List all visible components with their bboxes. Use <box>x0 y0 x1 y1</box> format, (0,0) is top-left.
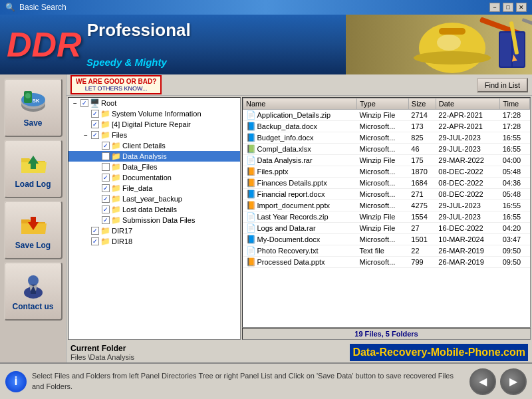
tree-item[interactable]: ✓📁System Volume Information <box>68 108 240 119</box>
tree-item[interactable]: 📁Data_Files <box>68 162 240 172</box>
file-date: 26-MAR-2019 <box>438 258 483 266</box>
folder-icon: 📁 <box>111 141 121 150</box>
tree-label: [4] Digital Picture Repair <box>112 120 191 128</box>
tree-label: Data Analysis <box>122 152 167 160</box>
back-button[interactable]: ◀ <box>469 368 496 395</box>
file-type: Microsoft... <box>359 168 395 176</box>
table-row[interactable]: 📄Application_Details.zipWinzip File27142… <box>243 110 530 121</box>
table-row[interactable]: 📙Processed Data.pptxMicrosoft...79926-MA… <box>243 257 530 268</box>
save-button[interactable]: DISK Save <box>4 78 63 137</box>
column-header-name[interactable]: Name <box>243 98 357 110</box>
file-type: Microsoft... <box>359 179 395 187</box>
svg-rect-5 <box>522 18 532 25</box>
tree-checkbox[interactable]: ✓ <box>91 237 99 245</box>
minimize-button[interactable]: − <box>489 3 500 12</box>
folder-icon: 📁 <box>100 237 110 246</box>
table-row[interactable]: 📄Photo Recovery.txtText file2226-MAR-201… <box>243 245 530 257</box>
contact-us-label: Contact us <box>12 302 53 311</box>
contact-us-button[interactable]: Contact us <box>4 262 63 321</box>
tree-root-icon: 🖥️ <box>90 98 100 108</box>
file-date: 29-JUL-2023 <box>438 145 481 153</box>
file-size: 2714 <box>411 111 427 119</box>
column-header-type[interactable]: Type <box>356 98 408 110</box>
folder-icon: 📁 <box>111 162 121 172</box>
file-date: 29-JUL-2023 <box>438 213 481 221</box>
find-in-list-button[interactable]: Find in List <box>477 78 528 92</box>
file-date: 26-MAR-2019 <box>438 247 483 255</box>
load-log-button[interactable]: Load Log <box>4 140 63 198</box>
tree-expander: − <box>71 100 79 107</box>
file-icon: 📘 <box>246 133 256 142</box>
svg-point-21 <box>28 275 39 286</box>
file-size: 1501 <box>411 235 427 243</box>
tree-item[interactable]: ✓📁Lost data Details <box>68 204 240 215</box>
file-date: 29-JUL-2023 <box>438 134 481 142</box>
file-list[interactable]: NameTypeSizeDateTime 📄Application_Detail… <box>242 97 531 328</box>
table-row[interactable]: 📄Last Year Records.zipWinzip File155429-… <box>243 211 530 223</box>
table-row[interactable]: 📘My-Document.docxMicrosoft...150110-MAR-… <box>243 234 530 245</box>
tree-checkbox[interactable]: ✓ <box>102 184 110 192</box>
file-size: 22 <box>411 247 419 255</box>
file-size: 825 <box>411 134 423 142</box>
tree-item[interactable]: ✓📁Last_year_backup <box>68 194 240 204</box>
header-banner: DDR Professional Speedy & Mighty <box>0 15 532 74</box>
tree-label: Documentation <box>122 174 172 182</box>
tree-checkbox[interactable]: ✓ <box>102 152 110 160</box>
tree-item[interactable]: ✓📁Data Analysis <box>68 151 240 162</box>
tree-checkbox[interactable]: ✓ <box>91 120 99 128</box>
file-date: 29-JUL-2023 <box>438 201 481 209</box>
file-name: Import_document.pptx <box>257 201 330 209</box>
tree-item[interactable]: ✓📁Documentation <box>68 172 240 183</box>
tree-item[interactable]: ✓📁DIR17 <box>68 225 240 236</box>
tree-checkbox[interactable] <box>102 163 110 171</box>
tree-checkbox[interactable]: ✓ <box>102 174 110 182</box>
tree-item[interactable]: −✓📁Files <box>68 130 240 140</box>
file-type: Text file <box>359 247 384 255</box>
column-header-date[interactable]: Date <box>436 98 499 110</box>
file-icon: 📄 <box>246 246 256 255</box>
close-button[interactable]: ✕ <box>516 3 527 12</box>
file-type: Winzip File <box>359 111 395 119</box>
rating-top-text: WE ARE GOOD OR BAD? <box>76 78 156 85</box>
table-row[interactable]: 📘Budget_info.docxMicrosoft...82529-JUL-2… <box>243 132 530 144</box>
file-icon: 📙 <box>246 178 256 188</box>
tree-checkbox[interactable]: ✓ <box>102 216 110 224</box>
table-row[interactable]: 📗Compl_data.xlsxMicrosoft...4629-JUL-202… <box>243 144 530 155</box>
maximize-button[interactable]: □ <box>503 3 513 12</box>
tree-checkbox[interactable]: ✓ <box>102 195 110 203</box>
tree-panel[interactable]: −✓🖥️Root ✓📁System Volume Information ✓📁[… <box>68 97 241 340</box>
tree-checkbox[interactable]: ✓ <box>91 227 99 235</box>
file-status: 19 Files, 5 Folders <box>242 328 531 340</box>
main-container: DISK Save Load Log <box>0 74 532 362</box>
rating-badge[interactable]: WE ARE GOOD OR BAD? LET OTHERS KNOW... <box>70 75 162 94</box>
tree-checkbox[interactable]: ✓ <box>102 205 110 213</box>
table-row[interactable]: 📘Financial report.docxMicrosoft...27108-… <box>243 189 530 200</box>
table-row[interactable]: 📙Finances Details.pptxMicrosoft...168408… <box>243 178 530 189</box>
tree-item[interactable]: −✓🖥️Root <box>68 98 240 108</box>
column-header-time[interactable]: Time <box>500 98 530 110</box>
table-row[interactable]: 📄Logs and Data.rarWinzip File2716-DEC-20… <box>243 223 530 234</box>
tree-checkbox[interactable]: ✓ <box>91 110 99 118</box>
table-row[interactable]: 📙Import_document.pptxMicrosoft...427529-… <box>243 200 530 211</box>
table-row[interactable]: 📄Data Analysis.rarWinzip File17529-MAR-2… <box>243 155 530 166</box>
tree-checkbox[interactable]: ✓ <box>80 99 88 107</box>
forward-button[interactable]: ▶ <box>500 368 527 395</box>
tree-expander: − <box>82 132 90 139</box>
tree-label: Submission Data Files <box>122 216 195 224</box>
tree-item[interactable]: ✓📁DIR18 <box>68 236 240 247</box>
tree-item[interactable]: ✓📁Client Details <box>68 140 240 151</box>
tree-item[interactable]: ✓📁Submission Data Files <box>68 215 240 225</box>
tree-item[interactable]: ✓📁[4] Digital Picture Repair <box>68 119 240 130</box>
table-row[interactable]: 📙Files.pptxMicrosoft...187008-DEC-202205… <box>243 166 530 178</box>
nav-buttons: ◀ ▶ <box>469 368 527 395</box>
tree-item[interactable]: ✓📁File_data <box>68 183 240 194</box>
status-text: Select Files and Folders from left Panel… <box>32 371 464 392</box>
column-header-size[interactable]: Size <box>408 98 436 110</box>
tree-checkbox[interactable]: ✓ <box>102 142 110 150</box>
table-row[interactable]: 📘Backup_data.docxMicrosoft...17322-APR-2… <box>243 121 530 132</box>
save-log-button[interactable]: Save Log <box>4 201 63 259</box>
file-time: 03:47 <box>503 235 521 243</box>
tree-checkbox[interactable]: ✓ <box>91 131 99 139</box>
folder-icon: 📁 <box>111 205 121 214</box>
save-log-label: Save Log <box>15 241 51 250</box>
